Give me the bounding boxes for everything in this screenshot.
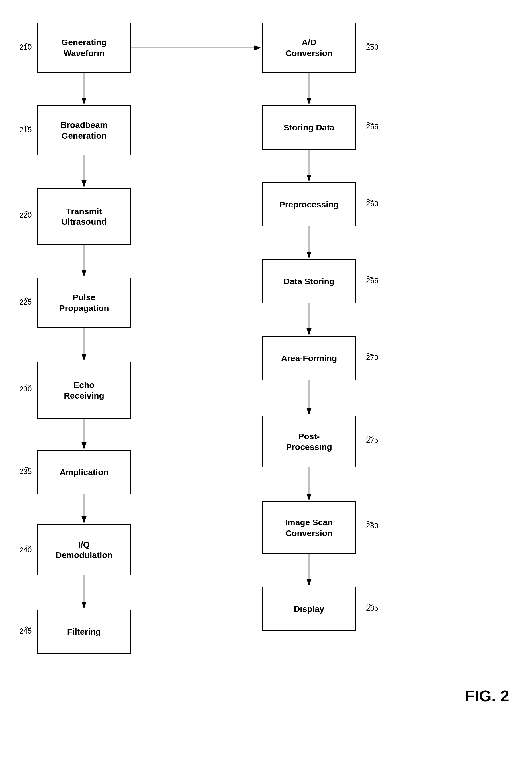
box-label: BroadbeamGeneration bbox=[60, 119, 108, 141]
label-260: 260 bbox=[366, 199, 378, 208]
diagram-container: GeneratingWaveform 210 BroadbeamGenerati… bbox=[0, 0, 532, 762]
box-label: GeneratingWaveform bbox=[61, 37, 107, 58]
box-label: EchoReceiving bbox=[64, 380, 104, 401]
label-215: 215 bbox=[19, 125, 32, 134]
label-265: 265 bbox=[366, 276, 378, 285]
box-label: Area-Forming bbox=[281, 353, 337, 364]
box-preprocessing: Preprocessing bbox=[262, 182, 356, 226]
box-iq-demodulation: I/QDemodulation bbox=[37, 524, 131, 575]
label-285: 285 bbox=[366, 604, 378, 613]
box-generating-waveform: GeneratingWaveform bbox=[37, 23, 131, 73]
box-echo-receiving: EchoReceiving bbox=[37, 362, 131, 419]
figure-label: FIG. 2 bbox=[465, 687, 509, 705]
box-area-forming: Area-Forming bbox=[262, 336, 356, 380]
box-amplication: Amplication bbox=[37, 450, 131, 494]
label-225: 225 bbox=[19, 298, 32, 307]
box-label: A/DConversion bbox=[285, 37, 332, 58]
label-210: 210 bbox=[19, 43, 32, 51]
label-245: 245 bbox=[19, 627, 32, 636]
label-230: 230 bbox=[19, 385, 32, 393]
box-label: Preprocessing bbox=[279, 199, 339, 210]
box-label: PulsePropagation bbox=[59, 292, 109, 313]
label-255: 255 bbox=[366, 122, 378, 131]
box-label: Amplication bbox=[59, 467, 109, 478]
label-275: 275 bbox=[366, 436, 378, 445]
label-280: 280 bbox=[366, 521, 378, 530]
box-broadbeam-generation: BroadbeamGeneration bbox=[37, 106, 131, 155]
box-post-processing: Post-Processing bbox=[262, 416, 356, 467]
box-pulse-propagation: PulsePropagation bbox=[37, 278, 131, 328]
box-label: Data Storing bbox=[284, 276, 334, 287]
box-label: Display bbox=[294, 604, 324, 614]
label-270: 270 bbox=[366, 353, 378, 362]
box-label: Storing Data bbox=[284, 122, 334, 133]
box-label: Post-Processing bbox=[286, 431, 332, 452]
box-label: Filtering bbox=[67, 626, 101, 637]
label-220: 220 bbox=[19, 211, 32, 220]
box-ad-conversion: A/DConversion bbox=[262, 23, 356, 73]
label-250: 250 bbox=[366, 43, 378, 51]
box-filtering: Filtering bbox=[37, 610, 131, 654]
box-label: I/QDemodulation bbox=[55, 539, 113, 561]
box-image-scan-conversion: Image ScanConversion bbox=[262, 501, 356, 554]
box-storing-data: Storing Data bbox=[262, 106, 356, 150]
box-data-storing: Data Storing bbox=[262, 259, 356, 303]
box-label: TransmitUltrasound bbox=[61, 206, 107, 227]
box-display: Display bbox=[262, 587, 356, 631]
box-transmit-ultrasound: TransmitUltrasound bbox=[37, 188, 131, 245]
label-240: 240 bbox=[19, 546, 32, 554]
label-235: 235 bbox=[19, 467, 32, 476]
box-label: Image ScanConversion bbox=[285, 517, 333, 538]
